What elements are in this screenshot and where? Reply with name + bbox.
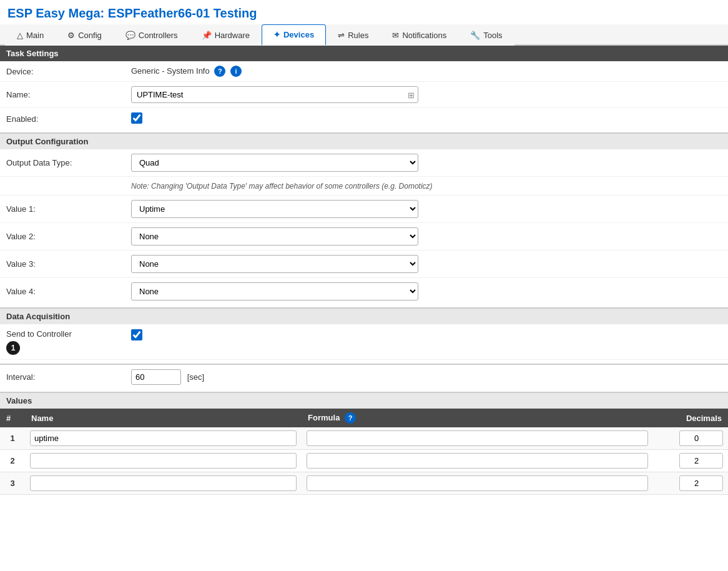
page-title: ESP Easy Mega: ESPFeather66-01 Testing [0,0,728,24]
value3-select[interactable]: None Uptime Free RAM WiFi RSSI [131,255,418,273]
value4-select-cell: None Uptime Free RAM WiFi RSSI [125,278,728,305]
tab-tools[interactable]: 🔧 Tools [458,24,514,46]
row3-decimals-input[interactable] [679,475,723,491]
device-value: Generic - System Info [131,66,210,76]
row2-decimals-input[interactable] [679,453,723,469]
value3-row: Value 3: None Uptime Free RAM WiFi RSSI [0,251,728,278]
controller-badge: 1 [6,341,20,355]
col-decimals: Decimals [653,409,728,427]
row2-num: 2 [0,450,25,472]
tab-main[interactable]: △ Main [5,24,56,46]
enabled-label: Enabled: [0,108,125,131]
values-table-body: 1 2 [0,427,728,495]
interval-row: Interval: [sec] [0,364,728,389]
interval-unit: [sec] [187,372,204,382]
note-cell: Note: Changing 'Output Data Type' may af… [125,177,728,196]
note-row: Note: Changing 'Output Data Type' may af… [0,177,728,196]
device-help-icon[interactable]: ? [214,66,225,77]
formula-help-icon[interactable]: ? [345,412,356,424]
row1-formula-input[interactable] [307,430,648,446]
output-config-table: Output Data Type: Single Dual Triple Qua… [0,149,728,305]
value2-select-cell: None Uptime Free RAM WiFi RSSI [125,223,728,251]
data-acquisition-header: Data Acquisition [0,307,728,324]
config-icon: ⚙ [67,31,75,40]
rules-icon: ⇌ [338,31,345,40]
name-row: Name: ⊞ [0,82,728,108]
row2-name-input[interactable] [30,453,297,469]
devices-icon: ✦ [273,30,280,39]
tab-controllers[interactable]: 💬 Controllers [114,24,190,46]
row2-formula-input[interactable] [307,453,648,469]
table-row: 3 [0,472,728,495]
enabled-checkbox-cell [125,108,728,131]
row3-formula-input[interactable] [307,475,648,491]
device-info-icon[interactable]: i [230,66,242,77]
tab-notifications[interactable]: ✉ Notifications [380,24,458,46]
interval-label: Interval: [0,364,125,389]
name-input-icon: ⊞ [408,90,415,99]
interval-cell: [sec] [125,364,728,389]
value3-label: Value 3: [0,251,125,278]
values-section-header: Values [0,392,728,409]
value1-select[interactable]: None Uptime Free RAM WiFi RSSI WiFi Chan… [131,200,418,218]
row2-name-cell [25,450,302,472]
data-type-select[interactable]: Single Dual Triple Quad [131,154,418,172]
send-controller-row: Send to Controller 1 [0,324,728,360]
row1-formula-cell [302,427,653,450]
value2-select[interactable]: None Uptime Free RAM WiFi RSSI [131,227,418,246]
device-row: Device: Generic - System Info ? i [0,61,728,82]
hardware-icon: 📌 [202,31,212,40]
main-icon: △ [17,31,23,40]
row3-name-cell [25,472,302,495]
table-row: 2 [0,450,728,472]
values-table-header: # Name Formula ? Decimals [0,409,728,427]
output-note: Note: Changing 'Output Data Type' may af… [131,182,433,191]
col-name: Name [25,409,302,427]
values-section: Values # Name Formula ? Decimals 1 [0,392,728,495]
row1-name-input[interactable] [30,430,297,446]
tab-devices[interactable]: ✦ Devices [262,24,326,46]
data-type-row: Output Data Type: Single Dual Triple Qua… [0,149,728,177]
send-controller-label: Send to Controller [6,329,119,339]
device-label: Device: [0,61,125,82]
row3-formula-cell [302,472,653,495]
col-hash: # [0,409,25,427]
data-type-label: Output Data Type: [0,149,125,177]
enabled-checkbox[interactable] [131,112,142,124]
row3-decimals-cell [653,472,728,495]
value2-label: Value 2: [0,223,125,251]
value4-select[interactable]: None Uptime Free RAM WiFi RSSI [131,282,418,300]
row1-name-cell [25,427,302,450]
value1-row: Value 1: None Uptime Free RAM WiFi RSSI … [0,196,728,223]
content: Task Settings Device: Generic - System I… [0,46,728,495]
row1-decimals-input[interactable] [679,430,723,446]
name-input-wrapper: ⊞ [131,86,418,103]
row1-decimals-cell [653,427,728,450]
value2-row: Value 2: None Uptime Free RAM WiFi RSSI [0,223,728,251]
value3-select-cell: None Uptime Free RAM WiFi RSSI [125,251,728,278]
notifications-icon: ✉ [392,31,399,40]
controllers-icon: 💬 [125,31,135,40]
row2-formula-cell [302,450,653,472]
tab-config[interactable]: ⚙ Config [56,24,114,46]
device-value-cell: Generic - System Info ? i [125,61,728,82]
name-input[interactable] [131,86,418,103]
value1-select-cell: None Uptime Free RAM WiFi RSSI WiFi Chan… [125,196,728,223]
row1-num: 1 [0,427,25,450]
table-row: 1 [0,427,728,450]
tab-rules[interactable]: ⇌ Rules [326,24,380,46]
tools-icon: 🔧 [470,31,480,40]
interval-input[interactable] [131,369,181,385]
tab-hardware[interactable]: 📌 Hardware [190,24,262,46]
row3-name-input[interactable] [30,475,297,491]
send-controller-checkbox[interactable] [131,329,142,340]
task-settings-header: Task Settings [0,46,728,61]
col-formula: Formula ? [302,409,653,427]
send-controller-checkbox-cell [125,324,728,360]
name-input-cell: ⊞ [125,82,728,108]
value4-row: Value 4: None Uptime Free RAM WiFi RSSI [0,278,728,305]
row3-num: 3 [0,472,25,495]
output-config-header: Output Configuration [0,132,728,149]
nav-bar: △ Main ⚙ Config 💬 Controllers 📌 Hardware… [0,24,728,46]
data-acquisition-table: Send to Controller 1 Interval: [sec] [0,324,728,389]
